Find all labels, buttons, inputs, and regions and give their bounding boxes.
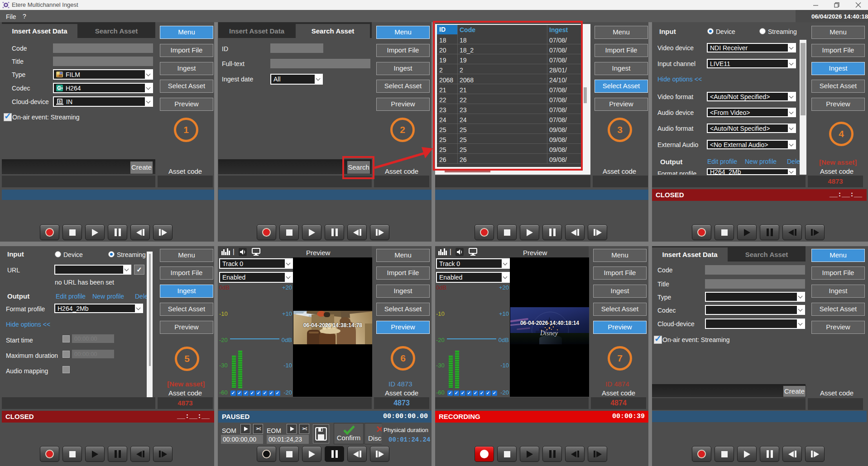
svg-text:H264: H264 [59, 87, 63, 90]
svg-text:5: 5 [59, 100, 61, 104]
